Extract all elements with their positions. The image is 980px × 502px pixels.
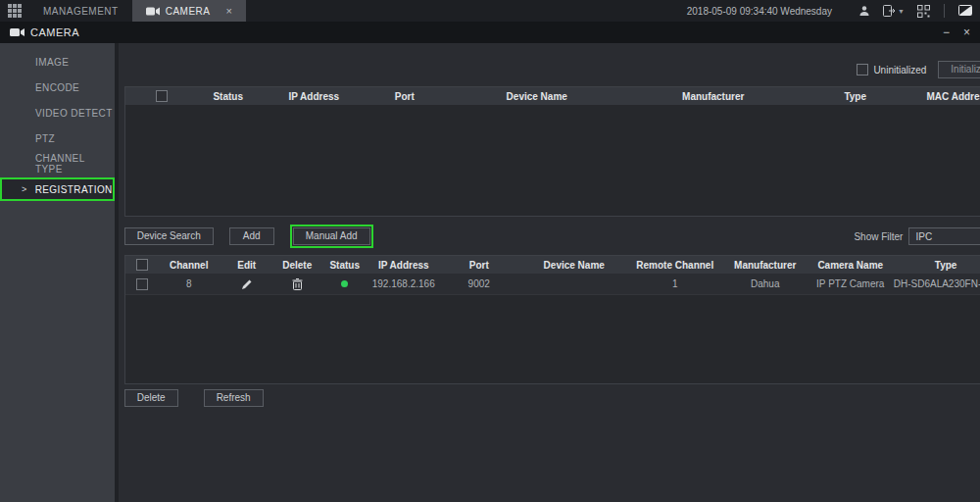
window-title-bar: CAMERA − × (0, 22, 980, 43)
device-search-table-header: Status IP Address Port Device Name Manuf… (125, 87, 980, 105)
status-online-icon (341, 280, 348, 287)
cell-ip-address: 192.168.2.166 (370, 278, 437, 289)
show-filter-dropdown[interactable]: IPC ▼ (908, 227, 980, 245)
select-all-checkbox[interactable] (156, 90, 168, 102)
cell-camera-name: IP PTZ Camera (808, 278, 894, 289)
cell-type: DH-SD6ALA230FN-HNI (894, 278, 980, 289)
tab-camera-label: CAMERA (166, 6, 211, 17)
caret-down-icon: ▼ (898, 8, 905, 15)
logout-icon (883, 5, 896, 17)
chevron-right-icon: > (22, 184, 27, 194)
annotation-highlight: Manual Add (290, 225, 373, 248)
column-header-mac-address: MAC Address (919, 91, 980, 102)
sidebar: IMAGE ENCODE VIDEO DETECT PTZ CHANNEL TY… (0, 43, 119, 502)
cell-channel: 8 (160, 278, 219, 289)
tab-camera[interactable]: CAMERA × (132, 0, 247, 22)
initialize-button[interactable]: Initialize (938, 61, 980, 78)
sidebar-item-label: VIDEO DETECT (35, 108, 113, 119)
column-header-status: Status (319, 260, 370, 271)
edit-button[interactable] (219, 278, 275, 290)
column-header-remote-channel: Remote Channel (627, 260, 723, 271)
qr-code-icon (917, 5, 930, 18)
added-devices-table: Channel Edit Delete Status IP Address Po… (124, 255, 980, 384)
camera-icon (10, 27, 24, 37)
column-header-device-name: Device Name (521, 260, 627, 271)
sidebar-item-label: ENCODE (35, 82, 79, 93)
sidebar-item-label: REGISTRATION (35, 184, 113, 195)
display-switch-button[interactable] (951, 0, 980, 22)
tab-close-icon[interactable]: × (225, 5, 232, 17)
delete-button[interactable] (275, 278, 319, 290)
uninitialized-checkbox[interactable] (857, 64, 868, 75)
logout-button[interactable]: ▼ (879, 0, 908, 22)
column-header-ip-address: IP Address (370, 260, 437, 271)
column-header-manufacturer: Manufacturer (723, 260, 808, 271)
sidebar-item-video-detect[interactable]: VIDEO DETECT (0, 100, 115, 126)
column-header-ip-address: IP Address (258, 91, 370, 102)
added-devices-table-body: 8 (125, 274, 980, 383)
add-button[interactable]: Add (229, 227, 274, 245)
registration-panel: Uninitialized Initialize Status IP Addre… (119, 43, 980, 502)
sidebar-item-registration[interactable]: > REGISTRATION (0, 177, 115, 201)
toolbar: Device Search Add Manual Add Show Filter… (124, 226, 980, 247)
tab-management-label: MANAGEMENT (43, 6, 119, 17)
column-header-port: Port (437, 260, 521, 271)
uninitialized-label: Uninitialized (873, 65, 926, 75)
column-header-port: Port (370, 91, 439, 102)
select-all-checkbox[interactable] (136, 259, 148, 271)
trash-icon (292, 278, 303, 290)
monitor-icon (958, 5, 972, 17)
camera-icon (146, 7, 160, 16)
sidebar-item-label: IMAGE (35, 57, 69, 68)
table-row[interactable]: 8 (125, 274, 980, 295)
tab-management[interactable]: MANAGEMENT (29, 0, 132, 22)
column-header-channel: Channel (160, 260, 219, 271)
datetime: 2018-05-09 09:34:40 Wednesday (687, 6, 832, 17)
bottom-button-bar: Delete Refresh (124, 389, 980, 407)
sidebar-item-label: PTZ (35, 133, 55, 144)
uninitialized-filter[interactable]: Uninitialized (857, 64, 926, 75)
row-checkbox[interactable] (136, 278, 148, 290)
qr-code-button[interactable] (908, 0, 938, 22)
apps-menu-button[interactable] (0, 0, 29, 22)
column-header-edit: Edit (219, 260, 275, 271)
initialize-row: Uninitialized Initialize (124, 61, 980, 78)
column-header-type: Type (894, 260, 980, 271)
close-button[interactable]: × (963, 25, 970, 39)
topbar-right: 2018-05-09 09:34:40 Wednesday ▼ (687, 0, 980, 22)
refresh-button[interactable]: Refresh (204, 389, 264, 407)
minimize-button[interactable]: − (943, 25, 950, 39)
cell-manufacturer: Dahua (723, 278, 808, 289)
column-header-manufacturer: Manufacturer (635, 91, 792, 102)
column-header-device-name: Device Name (439, 91, 635, 102)
top-tab-bar: MANAGEMENT CAMERA × 2018-05-09 09:34:40 … (0, 0, 980, 22)
column-header-delete: Delete (275, 260, 319, 271)
column-header-camera-name: Camera Name (808, 260, 894, 271)
user-button[interactable] (850, 0, 879, 22)
device-search-table-body (125, 105, 980, 216)
sidebar-item-channel-type[interactable]: CHANNEL TYPE (0, 151, 115, 176)
cell-port: 9002 (437, 278, 521, 289)
show-filter-value: IPC (915, 231, 932, 242)
column-header-status: Status (199, 91, 258, 102)
sidebar-item-encode[interactable]: ENCODE (0, 75, 115, 100)
sidebar-item-ptz[interactable]: PTZ (0, 126, 115, 151)
page-title: CAMERA (30, 26, 79, 38)
grid-icon (8, 4, 22, 18)
edit-pencil-icon (241, 278, 253, 290)
delete-devices-button[interactable]: Delete (124, 389, 178, 407)
added-devices-table-header: Channel Edit Delete Status IP Address Po… (125, 256, 980, 274)
show-filter-label: Show Filter (854, 231, 903, 242)
sidebar-item-image[interactable]: IMAGE (0, 49, 115, 75)
device-search-button[interactable]: Device Search (124, 227, 214, 245)
column-header-type: Type (792, 91, 919, 102)
cell-remote-channel: 1 (627, 278, 723, 289)
user-icon (858, 5, 870, 17)
sidebar-item-label: CHANNEL TYPE (35, 153, 115, 175)
topbar-separator (944, 4, 945, 18)
device-search-table: Status IP Address Port Device Name Manuf… (124, 86, 980, 217)
manual-add-button[interactable]: Manual Add (293, 227, 370, 245)
